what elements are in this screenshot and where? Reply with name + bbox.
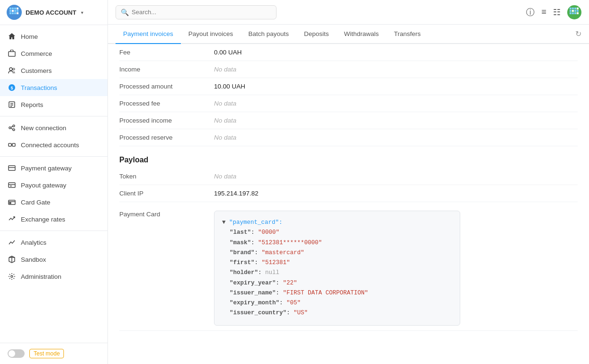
field-processed-income-value: No data: [214, 117, 236, 124]
sidebar-label-sandbox: Sandbox: [21, 256, 46, 263]
field-processed-fee: Processed fee No data: [119, 95, 578, 112]
sidebar-item-commerce[interactable]: Commerce: [0, 45, 107, 62]
analytics-icon: [8, 238, 16, 247]
field-fee-label: Fee: [119, 49, 214, 56]
json-first-value: "512381": [262, 259, 290, 266]
field-client-ip: Client IP 195.214.197.82: [119, 185, 578, 202]
administration-icon: [8, 272, 16, 281]
svg-rect-46: [577, 10, 579, 12]
svg-point-14: [13, 68, 15, 70]
connected-accounts-icon: [8, 141, 16, 149]
json-key-payment-card: "payment_card":: [229, 219, 283, 226]
field-token: Token No data: [119, 168, 578, 185]
tab-transfers[interactable]: Transfers: [386, 25, 428, 44]
svg-rect-3: [9, 10, 11, 12]
svg-point-13: [9, 68, 12, 71]
field-processed-amount: Processed amount 10.00 UAH: [119, 78, 578, 95]
json-row-mask: "mask": "512381******0000": [230, 238, 452, 248]
info-icon[interactable]: ⓘ: [526, 7, 535, 18]
refresh-icon[interactable]: ↻: [575, 29, 581, 38]
sidebar-label-commerce: Commerce: [21, 50, 52, 57]
test-mode-section: Test mode: [0, 343, 107, 364]
sidebar-item-new-connection[interactable]: New connection: [0, 119, 107, 136]
nav-divider-1: [0, 116, 107, 116]
sidebar-label-transactions: Transactions: [21, 84, 57, 91]
account-switcher[interactable]: DEMO ACCOUNT ▾: [0, 0, 107, 25]
sidebar-item-exchange-rates[interactable]: Exchange rates: [0, 211, 107, 228]
sidebar-item-payout-gateway[interactable]: Payout gateway: [0, 177, 107, 194]
search-icon: 🔍: [121, 9, 129, 16]
main-area: 🔍 ⓘ ≡ ☷: [108, 0, 589, 364]
header-actions: ⓘ ≡ ☷: [526, 5, 581, 19]
svg-text:$: $: [10, 86, 13, 90]
svg-point-21: [9, 127, 11, 129]
svg-rect-31: [9, 183, 15, 187]
json-row-expiry-month: "expiry_month": "05": [230, 298, 452, 308]
svg-rect-27: [12, 143, 15, 146]
svg-rect-9: [17, 8, 18, 9]
sidebar-label-card-gate: Card Gate: [21, 199, 50, 206]
tab-withdrawals[interactable]: Withdrawals: [336, 25, 386, 44]
sidebar-item-connected-accounts[interactable]: Connected accounts: [0, 136, 107, 153]
field-client-ip-label: Client IP: [119, 190, 214, 197]
json-holder-value: null: [265, 269, 279, 276]
sidebar-item-reports[interactable]: Reports: [0, 96, 107, 113]
sidebar-item-customers[interactable]: Customers: [0, 62, 107, 79]
sidebar-item-administration[interactable]: Administration: [0, 268, 107, 285]
field-income-value: No data: [214, 66, 236, 73]
svg-rect-41: [574, 8, 576, 9]
home-icon: [8, 32, 16, 41]
grid-icon[interactable]: ☷: [553, 7, 561, 18]
sidebar-label-connected-accounts: Connected accounts: [21, 142, 79, 149]
sidebar-item-sandbox[interactable]: Sandbox: [0, 251, 107, 268]
new-connection-icon: [8, 124, 16, 132]
field-processed-amount-label: Processed amount: [119, 83, 214, 90]
search-input[interactable]: [132, 9, 271, 16]
info-table: Fee 0.00 UAH Income No data Processed am…: [119, 44, 578, 146]
sidebar-label-exchange-rates: Exchange rates: [21, 216, 65, 223]
tab-batch-payouts[interactable]: Batch payouts: [241, 25, 296, 44]
test-mode-badge[interactable]: Test mode: [29, 349, 64, 358]
tab-payment-invoices[interactable]: Payment invoices: [116, 25, 181, 44]
list-icon[interactable]: ≡: [541, 7, 546, 17]
payment-gateway-icon: [8, 164, 16, 172]
svg-rect-48: [572, 12, 574, 14]
svg-rect-26: [9, 143, 11, 146]
search-box[interactable]: 🔍: [116, 5, 277, 19]
tab-payout-invoices[interactable]: Payout invoices: [181, 25, 241, 44]
json-holder-key: "holder": [230, 269, 258, 276]
json-expiry-year-value: "22": [283, 280, 297, 286]
svg-rect-0: [9, 8, 11, 9]
json-header-row: ▼ "payment_card":: [222, 218, 452, 228]
json-brand-key: "brand": [230, 249, 255, 256]
json-row-last: "last": "0000": [230, 228, 452, 238]
svg-rect-10: [17, 10, 18, 12]
sidebar-item-payment-gateway[interactable]: Payment gateway: [0, 160, 107, 177]
field-processed-income: Processed income No data: [119, 112, 578, 129]
svg-rect-6: [9, 12, 11, 14]
json-block: ▼ "payment_card": "last": "0000" "mask":…: [214, 211, 460, 326]
field-processed-fee-value: No data: [214, 100, 236, 107]
json-row-brand: "brand": "mastercard": [230, 248, 452, 258]
svg-rect-43: [570, 10, 571, 12]
sidebar-item-card-gate[interactable]: Card Gate: [0, 194, 107, 211]
test-mode-toggle[interactable]: [8, 349, 25, 358]
nav-divider-3: [0, 231, 107, 231]
json-row-issuer-name: "issuer_name": "FIRST DATA CORPORATION": [230, 288, 452, 298]
field-income: Income No data: [119, 61, 578, 78]
field-processed-income-label: Processed income: [119, 117, 214, 124]
tab-deposits[interactable]: Deposits: [296, 25, 337, 44]
sidebar-item-transactions[interactable]: $ Transactions: [0, 79, 107, 96]
field-processed-reserve: Processed reserve No data: [119, 129, 578, 146]
json-expiry-year-key: "expiry_year": [230, 280, 276, 286]
sidebar-item-analytics[interactable]: Analytics: [0, 234, 107, 251]
svg-rect-7: [12, 12, 14, 14]
payload-table: Token No data Client IP 195.214.197.82 P…: [119, 168, 578, 331]
json-collapse-arrow[interactable]: ▼: [222, 219, 229, 226]
sidebar-item-home[interactable]: Home: [0, 28, 107, 45]
customers-icon: [8, 66, 16, 75]
user-avatar[interactable]: [567, 5, 581, 19]
json-row-holder: "holder": null: [230, 268, 452, 278]
chevron-down-icon: ▾: [81, 10, 83, 15]
card-gate-icon: [8, 198, 16, 206]
